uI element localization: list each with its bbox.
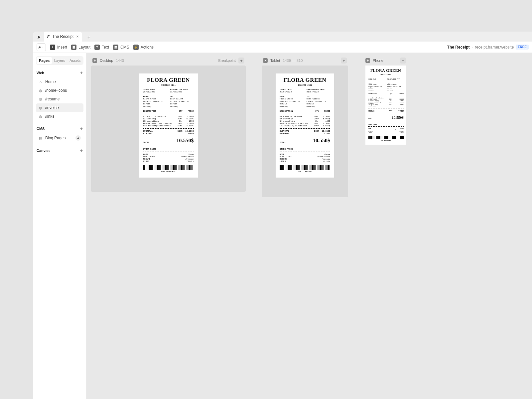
home-icon: ⌂ <box>39 80 43 84</box>
viewport-phone: Phone + FLORA GREEN INVOICE #001 ISSUE D… <box>364 58 407 145</box>
section-cms: CMS + <box>37 126 83 131</box>
collection-icon: ▤ <box>39 136 43 140</box>
frame-phone[interactable]: FLORA GREEN INVOICE #001 ISSUE DATE28/06… <box>364 66 407 145</box>
viewport-dim: 1440 <box>116 59 124 63</box>
sidebar-tabs: Pages Layers Assets <box>36 56 83 65</box>
receipt-brand: FLORA GREEN <box>143 77 194 83</box>
canvas[interactable]: Desktop 1440 Breakpoint + FLORA GREEN IN… <box>86 53 532 399</box>
text-icon: T <box>94 45 100 50</box>
play-icon[interactable] <box>92 58 97 63</box>
bolt-icon: ⚡ <box>133 45 139 50</box>
tab-title: The Receipt <box>52 34 74 39</box>
free-badge: FREE <box>516 45 529 50</box>
receipt-invoice-number: INVOICE #001 <box>280 84 330 86</box>
viewport-desktop: Desktop 1440 Breakpoint + FLORA GREEN IN… <box>91 58 246 192</box>
viewport-label: Desktop <box>100 59 113 63</box>
tab-bar: F F The Receipt × + <box>33 32 532 42</box>
receipt: FLORA GREEN INVOICE #001 ISSUE DATE28/06… <box>139 73 198 178</box>
add-breakpoint-button[interactable]: + <box>400 58 406 64</box>
globe-icon: ◍ <box>39 106 43 110</box>
insert-button[interactable]: +Insert <box>50 45 67 50</box>
barcode <box>280 165 330 170</box>
receipt-invoice-number: INVOICE #001 <box>368 74 404 75</box>
plus-icon: + <box>50 45 55 50</box>
add-breakpoint-button[interactable]: + <box>341 58 347 64</box>
viewport-label: Phone <box>373 59 383 63</box>
sidebar: Pages Layers Assets Web + ⌂Home ◍/home-i… <box>33 53 86 399</box>
sidebar-item-home[interactable]: ⌂Home <box>36 77 83 86</box>
play-icon[interactable] <box>263 58 268 63</box>
sidebar-item-invoice[interactable]: ◍/invoice <box>36 103 83 112</box>
new-tab-button[interactable]: + <box>84 33 93 42</box>
add-page-button[interactable]: + <box>80 70 83 75</box>
receipt-invoice-number: INVOICE #001 <box>143 84 194 86</box>
layout-icon: ▦ <box>71 45 76 50</box>
buy-template-link[interactable]: BUY TEMPLATE <box>280 171 330 173</box>
sidebar-item-home-icons[interactable]: ◍/home-icons <box>36 86 83 95</box>
tab-assets[interactable]: Assets <box>67 57 83 64</box>
globe-icon: ◍ <box>39 97 43 101</box>
layout-button[interactable]: ▦Layout <box>71 45 90 50</box>
add-canvas-button[interactable]: + <box>80 148 83 153</box>
viewport-dim: 1439 — 810 <box>283 59 303 63</box>
barcode <box>143 165 194 170</box>
breakpoint-label: Breakpoint <box>218 59 236 63</box>
frame-tablet[interactable]: FLORA GREEN INVOICE #001 ISSUE DATE28/06… <box>262 66 348 197</box>
add-breakpoint-button[interactable]: + <box>238 58 244 64</box>
barcode <box>368 136 404 139</box>
receipt-brand: FLORA GREEN <box>280 77 330 83</box>
play-icon[interactable] <box>365 58 370 63</box>
app-logo[interactable]: F <box>35 33 43 42</box>
receipt-brand: FLORA GREEN <box>368 68 404 73</box>
actions-button[interactable]: ⚡Actions <box>133 45 154 50</box>
toolbar: F⌄ +Insert ▦Layout TText ▤CMS ⚡Actions T… <box>33 42 532 53</box>
tab-pages[interactable]: Pages <box>37 57 52 64</box>
site-name: The Receipt <box>447 45 470 50</box>
chevron-down-icon: ⌄ <box>41 46 44 49</box>
cms-icon: ▤ <box>113 45 118 50</box>
tab-layers[interactable]: Layers <box>52 57 67 64</box>
frame-desktop[interactable]: FLORA GREEN INVOICE #001 ISSUE DATE28/06… <box>91 66 246 192</box>
globe-icon: ◍ <box>39 114 43 118</box>
receipt: FLORA GREEN INVOICE #001 ISSUE DATE28/06… <box>365 66 406 145</box>
viewport-tablet: Tablet 1439 — 810 + FLORA GREEN INVOICE … <box>262 58 348 197</box>
add-cms-button[interactable]: + <box>80 126 83 131</box>
section-web: Web + <box>37 70 83 75</box>
sidebar-item-links[interactable]: ◍/links <box>36 112 83 121</box>
close-icon[interactable]: × <box>76 34 78 39</box>
app-menu-button[interactable]: F⌄ <box>37 43 46 51</box>
sidebar-item-resume[interactable]: ◍/resume <box>36 95 83 103</box>
buy-template-link[interactable]: BUY TEMPLATE <box>368 140 404 141</box>
buy-template-link[interactable]: BUY TEMPLATE <box>143 171 194 173</box>
text-button[interactable]: TText <box>94 45 109 50</box>
viewport-label: Tablet <box>270 59 280 63</box>
globe-icon: ◍ <box>39 88 43 92</box>
browser-tab[interactable]: F The Receipt × <box>44 32 82 42</box>
site-url[interactable]: receipt.framer.website <box>475 45 514 50</box>
cms-button[interactable]: ▤CMS <box>113 45 129 50</box>
sidebar-item-blog-pages[interactable]: ▤ Blog Pages 4 <box>36 133 83 143</box>
count-badge: 4 <box>75 135 81 141</box>
receipt: FLORA GREEN INVOICE #001 ISSUE DATE28/06… <box>276 73 334 178</box>
section-canvas: Canvas + <box>37 148 83 153</box>
